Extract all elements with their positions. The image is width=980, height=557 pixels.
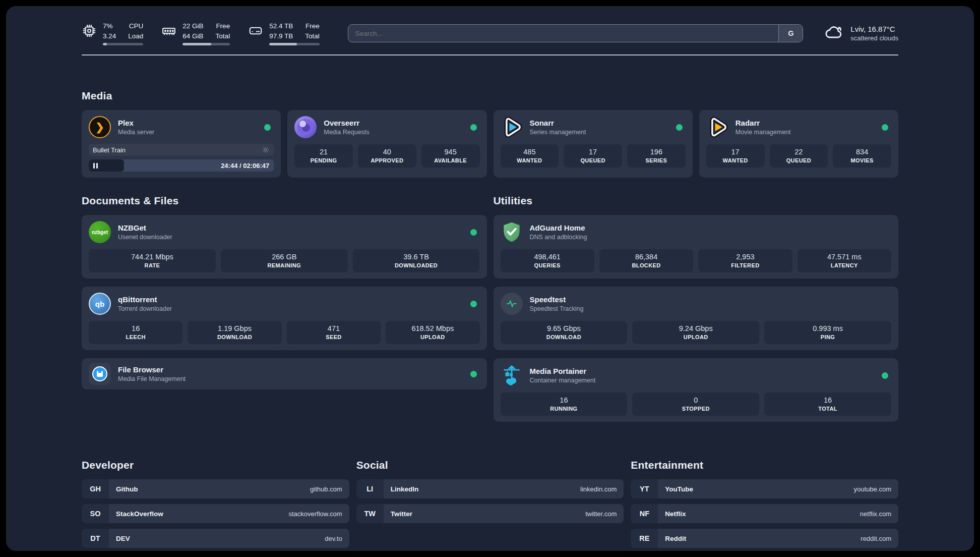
bookmark-github[interactable]: GH Githubgithub.com bbox=[82, 479, 349, 498]
app-card-sonarr[interactable]: Sonarr Series management 485WANTED 17QUE… bbox=[494, 110, 693, 178]
status-dot-online bbox=[882, 372, 888, 379]
app-title: Media Portainer bbox=[530, 367, 596, 375]
bookmark-stackoverflow[interactable]: SO StackOverflowstackoverflow.com bbox=[82, 504, 349, 523]
bookmark-abbr: LI bbox=[356, 479, 384, 498]
bookmark-abbr: SO bbox=[82, 504, 109, 523]
app-title: Overseerr bbox=[324, 119, 369, 127]
app-card-plex[interactable]: ❯ Plex Media server Bullet Train bbox=[82, 110, 281, 178]
disk-icon bbox=[248, 23, 263, 38]
search-engine-button[interactable]: G bbox=[778, 25, 803, 42]
status-dot-online bbox=[676, 124, 683, 131]
radarr-icon bbox=[706, 116, 728, 138]
settings-icon[interactable] bbox=[262, 146, 270, 154]
search-bar: G bbox=[348, 24, 804, 42]
app-title: Speedtest bbox=[530, 295, 584, 304]
bookmark-name: DEV bbox=[116, 535, 130, 542]
disk-metric: 52.4 TB97.9 TB FreeTotal bbox=[248, 21, 320, 45]
status-dot-online bbox=[470, 124, 477, 131]
bookmark-name: YouTube bbox=[665, 485, 693, 493]
app-card-filebrowser[interactable]: File Browser Media File Management bbox=[82, 358, 487, 389]
stat-remaining: 266 GBREMAINING bbox=[221, 249, 348, 272]
stat-downloaded: 39.6 TBDOWNLOADED bbox=[353, 249, 480, 272]
app-card-speedtest[interactable]: Speedtest Speedtest Tracking 9.65 GbpsDO… bbox=[494, 287, 899, 350]
app-card-nzbget[interactable]: nzbget NZBGet Usenet downloader 744.21 M… bbox=[82, 215, 487, 278]
section-title-utilities: Utilities bbox=[494, 195, 899, 207]
app-title: NZBGet bbox=[118, 224, 172, 232]
app-card-portainer[interactable]: Media Portainer Container management 16R… bbox=[494, 358, 899, 422]
stat-running: 16RUNNING bbox=[501, 393, 628, 416]
section-title-media: Media bbox=[82, 90, 898, 102]
dashboard: 7%3.24 CPULoad bbox=[6, 6, 974, 551]
bookmark-name: StackOverflow bbox=[116, 510, 163, 518]
section-title-developer: Developer bbox=[82, 459, 349, 471]
bookmark-url: reddit.com bbox=[861, 535, 891, 542]
playback-time: 24:44 / 02:06:47 bbox=[221, 162, 269, 170]
app-subtitle: Media server bbox=[118, 129, 154, 136]
stat-stopped: 0STOPPED bbox=[632, 393, 759, 416]
ram-label-2: Total bbox=[216, 31, 230, 41]
bookmark-name: LinkedIn bbox=[391, 485, 419, 493]
app-card-overseerr[interactable]: Overseerr Media Requests 21PENDING 40APP… bbox=[287, 110, 486, 178]
nzbget-icon: nzbget bbox=[89, 221, 111, 243]
bookmark-youtube[interactable]: YT YouTubeyoutube.com bbox=[631, 479, 898, 498]
now-playing-row: Bullet Train bbox=[89, 144, 274, 156]
ram-label-1: Free bbox=[216, 21, 230, 31]
bookmark-twitter[interactable]: TW Twittertwitter.com bbox=[356, 504, 624, 523]
weather-condition: scattered clouds bbox=[850, 34, 898, 42]
top-bar: 7%3.24 CPULoad bbox=[82, 6, 898, 45]
cpu-icon bbox=[82, 23, 97, 38]
disk-total: 97.9 TB bbox=[269, 31, 293, 41]
disk-label-2: Total bbox=[305, 31, 320, 41]
stat-pending: 21PENDING bbox=[294, 144, 353, 168]
bookmark-url: stackoverflow.com bbox=[288, 510, 342, 518]
qbittorrent-icon: qb bbox=[89, 293, 111, 315]
app-card-adguard[interactable]: AdGuard Home DNS and adblocking 498,461Q… bbox=[494, 215, 899, 278]
status-dot-online bbox=[882, 124, 888, 131]
stat-total: 16TOTAL bbox=[764, 393, 891, 416]
ram-progressbar bbox=[182, 43, 230, 45]
ram-free: 22 GiB bbox=[182, 21, 203, 31]
search-input[interactable] bbox=[348, 30, 779, 37]
bookmark-netflix[interactable]: NF Netflixnetflix.com bbox=[631, 504, 898, 523]
app-title: AdGuard Home bbox=[530, 224, 587, 232]
app-card-radarr[interactable]: Radarr Movie management 17WANTED 22QUEUE… bbox=[699, 110, 898, 178]
app-card-qbittorrent[interactable]: qb qBittorrent Torrent downloader 16LEEC… bbox=[82, 287, 487, 350]
stat-rate: 744.21 MbpsRATE bbox=[89, 249, 216, 272]
bookmark-abbr: RE bbox=[631, 529, 658, 548]
cpu-label-2: Load bbox=[128, 31, 143, 41]
pause-icon[interactable] bbox=[93, 163, 98, 169]
cpu-percent: 7% bbox=[103, 21, 116, 31]
plex-player-bar[interactable]: 24:44 / 02:06:47 bbox=[89, 159, 274, 172]
app-title: File Browser bbox=[118, 365, 186, 374]
app-subtitle: Series management bbox=[530, 129, 586, 136]
adguard-icon bbox=[501, 221, 523, 243]
bookmark-abbr: GH bbox=[82, 479, 109, 498]
bookmark-abbr: YT bbox=[631, 479, 658, 498]
stat-seed: 471SEED bbox=[287, 321, 381, 344]
speedtest-icon bbox=[501, 293, 523, 315]
bookmark-linkedin[interactable]: LI LinkedInlinkedin.com bbox=[356, 479, 624, 498]
bookmark-url: github.com bbox=[310, 485, 342, 493]
app-subtitle: Speedtest Tracking bbox=[530, 305, 584, 312]
app-subtitle: Container management bbox=[530, 377, 596, 384]
stat-queued: 17QUEUED bbox=[564, 144, 622, 168]
bookmark-abbr: TW bbox=[356, 504, 384, 523]
cpu-label-1: CPU bbox=[128, 21, 143, 31]
status-dot-online bbox=[470, 371, 477, 377]
bookmark-abbr: DT bbox=[82, 529, 109, 548]
bookmark-abbr: NF bbox=[631, 504, 658, 523]
bookmark-url: dev.to bbox=[325, 535, 342, 542]
documents-column: Documents & Files nzbget NZBGet Usenet d… bbox=[82, 195, 487, 430]
section-title-entertainment: Entertainment bbox=[631, 459, 898, 471]
stat-queries: 498,461QUERIES bbox=[501, 249, 594, 272]
stat-blocked: 86,384BLOCKED bbox=[599, 249, 693, 272]
app-title: Radarr bbox=[736, 119, 791, 127]
filebrowser-icon bbox=[89, 363, 111, 385]
stat-upload: 618.52 MbpsUPLOAD bbox=[386, 321, 479, 344]
stat-filtered: 2,953FILTERED bbox=[698, 249, 792, 272]
bookmark-url: twitter.com bbox=[585, 510, 617, 518]
bookmark-dev[interactable]: DT DEVdev.to bbox=[82, 529, 349, 548]
now-playing-title: Bullet Train bbox=[93, 146, 126, 154]
bookmark-group-entertainment: Entertainment YT YouTubeyoutube.com NF N… bbox=[631, 459, 898, 551]
bookmark-reddit[interactable]: RE Redditreddit.com bbox=[631, 529, 898, 548]
